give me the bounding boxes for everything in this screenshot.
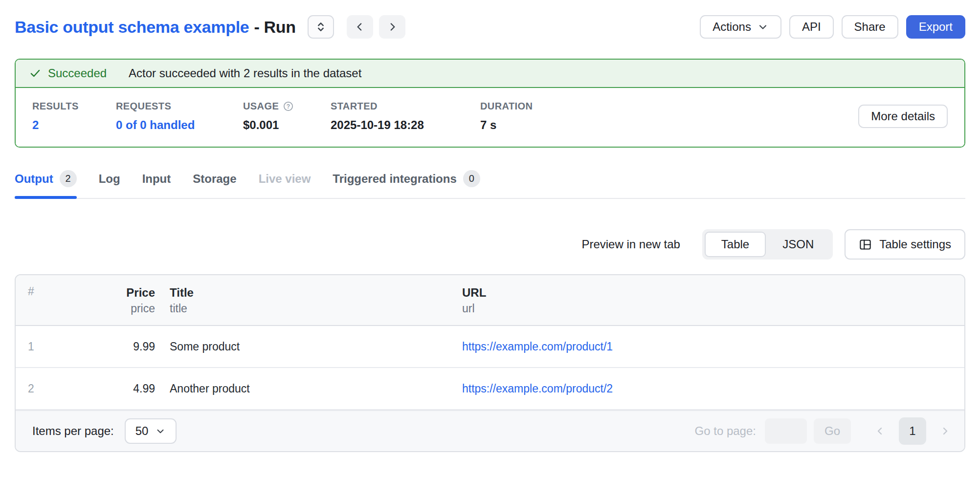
stat-requests-label: REQUESTS [116, 101, 243, 112]
export-button-label: Export [919, 20, 953, 34]
go-to-page-label: Go to page: [695, 424, 756, 438]
page-title: Basic output schema example- Run [15, 18, 296, 37]
tab-triggered-integrations[interactable]: Triggered integrations 0 [333, 168, 480, 198]
tab-output[interactable]: Output 2 [15, 168, 77, 198]
status-badge: Succeeded [48, 66, 107, 80]
dataset-table: # Price price Title title URL url 1 9.99… [15, 274, 965, 452]
next-run-button[interactable] [379, 15, 405, 39]
tab-triggered-integrations-badge: 0 [463, 170, 480, 187]
up-down-chevron-icon [314, 20, 328, 34]
tab-output-label: Output [15, 172, 53, 186]
stat-duration-label: DURATION [480, 101, 533, 112]
column-header-index: # [16, 285, 69, 298]
product-url-link[interactable]: https://example.com/product/2 [462, 382, 613, 395]
stat-started: STARTED 2025-10-19 18:28 [331, 101, 480, 132]
row-title: Another product [155, 382, 447, 395]
stat-usage-label-text: USAGE [243, 101, 279, 112]
help-icon[interactable]: ? [283, 101, 294, 112]
table-footer: Items per page: 50 Go to page: Go 1 [16, 410, 964, 451]
title-group: Basic output schema example- Run [15, 15, 405, 39]
run-selector-button[interactable] [308, 15, 334, 39]
table-settings-label: Table settings [879, 238, 951, 251]
share-button[interactable]: Share [842, 15, 898, 39]
tab-live-view: Live view [259, 168, 311, 198]
chevron-left-icon [354, 21, 366, 33]
api-button-label: API [802, 20, 821, 34]
column-header-title-field: title [170, 301, 447, 316]
run-detail-page: Basic output schema example- Run [0, 15, 980, 452]
go-button[interactable]: Go [814, 418, 851, 444]
api-button[interactable]: API [789, 15, 834, 39]
view-mode-toggle: Table JSON [702, 229, 833, 260]
column-header-title-title: Title [170, 285, 447, 301]
table-row: 1 9.99 Some product https://example.com/… [16, 326, 964, 368]
tab-log-label: Log [99, 172, 120, 186]
tab-triggered-integrations-label: Triggered integrations [333, 172, 456, 186]
actor-title-link[interactable]: Basic output schema example [15, 18, 249, 36]
row-title: Some product [155, 340, 447, 353]
check-icon [29, 67, 42, 80]
column-header-url-field: url [462, 301, 964, 316]
stat-results: RESULTS 2 [32, 101, 116, 132]
row-price: 9.99 [69, 340, 155, 353]
view-mode-json[interactable]: JSON [766, 232, 830, 257]
stat-results-value[interactable]: 2 [32, 118, 116, 132]
tab-log[interactable]: Log [99, 168, 120, 198]
top-bar: Basic output schema example- Run [15, 15, 965, 39]
row-index: 1 [16, 340, 69, 353]
stat-usage: USAGE? $0.001 [243, 101, 331, 132]
row-url: https://example.com/product/2 [447, 382, 964, 395]
stat-results-label: RESULTS [32, 101, 116, 112]
header-actions: Actions API Share Export [700, 15, 965, 39]
column-header-title[interactable]: Title title [155, 285, 447, 316]
stat-usage-label: USAGE? [243, 101, 331, 112]
run-status-card: Succeeded Actor succeeded with 2 results… [15, 59, 965, 148]
tab-live-view-label: Live view [259, 172, 311, 186]
table-settings-icon [859, 238, 872, 251]
column-header-price[interactable]: Price price [69, 285, 155, 316]
more-details-label: More details [871, 109, 935, 123]
stat-started-label: STARTED [331, 101, 480, 112]
view-mode-table[interactable]: Table [705, 232, 766, 257]
page-next-icon[interactable] [939, 425, 951, 437]
tab-input[interactable]: Input [142, 168, 171, 198]
items-per-page-value: 50 [135, 424, 149, 438]
stat-duration: DURATION 7 s [480, 101, 533, 132]
product-url-link[interactable]: https://example.com/product/1 [462, 340, 613, 353]
column-header-url-title: URL [462, 285, 964, 301]
column-header-url[interactable]: URL url [447, 285, 964, 316]
stat-started-value: 2025-10-19 18:28 [331, 118, 480, 132]
run-status-banner: Succeeded Actor succeeded with 2 results… [16, 60, 964, 88]
stat-duration-value: 7 s [480, 118, 533, 132]
tab-storage[interactable]: Storage [193, 168, 236, 198]
pager: 1 [874, 417, 951, 445]
tab-storage-label: Storage [193, 172, 236, 186]
items-per-page-select[interactable]: 50 [125, 418, 177, 444]
chevron-down-icon [155, 426, 166, 436]
svg-text:?: ? [287, 103, 290, 110]
export-button[interactable]: Export [906, 15, 965, 39]
tab-input-label: Input [142, 172, 171, 186]
column-header-price-field: price [69, 301, 155, 316]
row-index: 2 [16, 382, 69, 395]
chevron-down-icon [757, 21, 769, 33]
current-page-button[interactable]: 1 [899, 417, 926, 445]
table-header: # Price price Title title URL url [16, 275, 964, 326]
row-price: 4.99 [69, 382, 155, 395]
column-header-price-title: Price [69, 285, 155, 301]
table-settings-button[interactable]: Table settings [845, 229, 965, 260]
preview-in-new-tab-link[interactable]: Preview in new tab [581, 238, 680, 251]
tab-output-badge: 2 [60, 170, 77, 187]
stat-requests: REQUESTS 0 of 0 handled [116, 101, 243, 132]
run-tabs: Output 2 Log Input Storage Live view Tri… [15, 168, 965, 199]
go-to-page-input[interactable] [765, 418, 807, 444]
page-previous-icon[interactable] [874, 425, 886, 437]
stat-requests-value[interactable]: 0 of 0 handled [116, 118, 243, 132]
stat-usage-value: $0.001 [243, 118, 331, 132]
previous-run-button[interactable] [347, 15, 373, 39]
actions-menu-button[interactable]: Actions [700, 15, 781, 39]
more-details-button[interactable]: More details [858, 105, 948, 128]
actions-button-label: Actions [713, 20, 751, 34]
share-button-label: Share [854, 20, 886, 34]
run-stats-row: RESULTS 2 REQUESTS 0 of 0 handled USAGE?… [16, 88, 964, 147]
